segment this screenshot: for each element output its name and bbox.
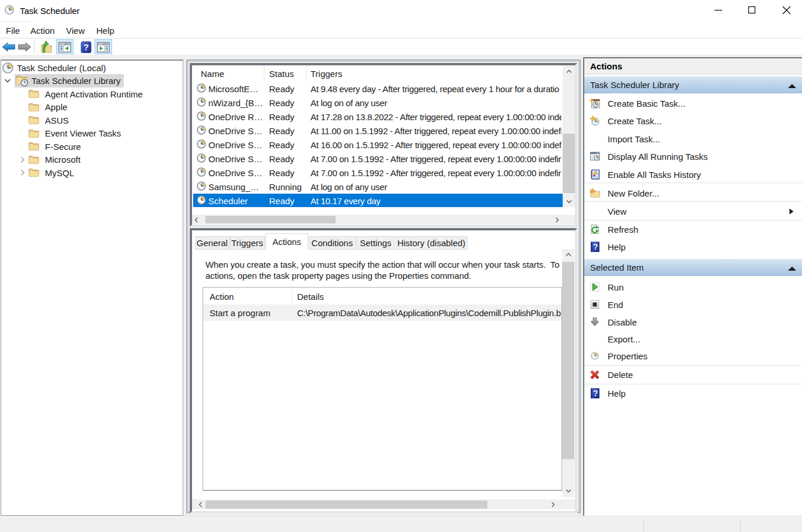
svg-text:?: ? (83, 42, 89, 52)
